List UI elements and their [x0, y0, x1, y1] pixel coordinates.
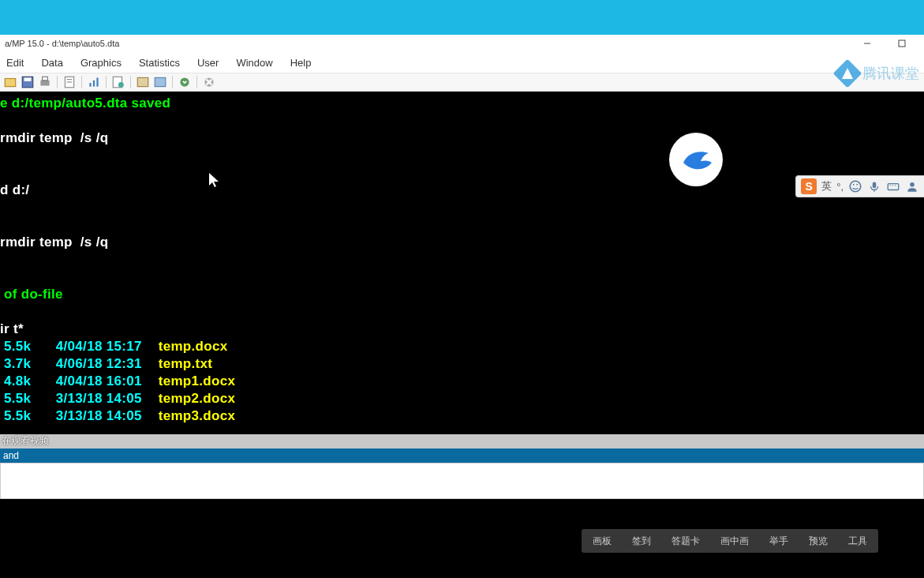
tool-log-icon[interactable]: [62, 75, 77, 89]
vt-preview[interactable]: 预览: [809, 535, 828, 548]
ime-user-icon[interactable]: [905, 179, 919, 193]
menu-statistics[interactable]: Statistics: [139, 57, 180, 69]
svg-rect-4: [24, 77, 32, 81]
svg-rect-25: [888, 184, 899, 190]
tool-save-icon[interactable]: [21, 75, 35, 89]
svg-rect-2: [5, 79, 16, 87]
tool-editor-icon[interactable]: [136, 75, 150, 89]
tool-break-icon[interactable]: [202, 75, 216, 89]
svg-point-23: [856, 184, 858, 186]
svg-rect-11: [93, 81, 95, 87]
vt-hand[interactable]: 举手: [769, 535, 788, 548]
ime-logo-icon: S: [801, 178, 817, 194]
vt-board[interactable]: 画板: [593, 535, 612, 548]
menu-window[interactable]: Window: [236, 57, 272, 69]
svg-point-29: [910, 182, 915, 187]
ime-mic-icon[interactable]: [867, 179, 881, 193]
menu-user[interactable]: User: [197, 57, 219, 69]
vt-signin[interactable]: 签到: [632, 535, 651, 548]
svg-rect-6: [43, 77, 48, 81]
results-terminal[interactable]: e d:/temp/auto5.dta saved rmdir temp /s …: [0, 92, 924, 434]
vt-answer[interactable]: 答题卡: [671, 535, 700, 548]
brand-icon: [833, 59, 862, 88]
menu-edit[interactable]: Edit: [6, 57, 24, 69]
toolbar: [0, 73, 924, 92]
svg-rect-10: [89, 83, 91, 87]
ime-emoji-icon[interactable]: [848, 179, 862, 193]
svg-rect-12: [96, 77, 98, 86]
status-strip: 在观看视频: [0, 434, 924, 449]
tool-more-icon[interactable]: [178, 75, 192, 89]
svg-rect-24: [873, 182, 877, 188]
svg-rect-16: [155, 77, 166, 86]
menu-graphics[interactable]: Graphics: [80, 57, 122, 69]
vt-pip[interactable]: 画中画: [720, 535, 749, 548]
svg-rect-1: [899, 40, 905, 47]
ime-lang[interactable]: 英: [821, 179, 832, 193]
tool-browser-icon[interactable]: [153, 75, 167, 89]
tool-open-icon[interactable]: [3, 75, 17, 89]
svg-rect-15: [137, 77, 148, 86]
brand-text: 腾讯课堂: [862, 64, 919, 83]
tool-do-icon[interactable]: [111, 75, 125, 89]
ime-dot-icon[interactable]: °,: [836, 181, 844, 193]
brand-watermark: 腾讯课堂: [837, 63, 919, 84]
menubar: Edit Data Graphics Statistics User Windo…: [0, 52, 924, 73]
command-bar-label: and: [0, 449, 924, 463]
titlebar: a/MP 15.0 - d:\temp\auto5.dta: [0, 35, 924, 52]
ime-keyboard-icon[interactable]: [886, 179, 900, 193]
title-text: a/MP 15.0 - d:\temp\auto5.dta: [5, 39, 119, 48]
menu-help[interactable]: Help: [290, 57, 312, 69]
ime-toolbar[interactable]: S 英 °,: [795, 175, 924, 197]
video-toolbar: 画板 签到 答题卡 画中画 举手 预览 工具: [582, 529, 878, 553]
tool-print-icon[interactable]: [38, 75, 52, 89]
vt-tools[interactable]: 工具: [848, 535, 867, 548]
command-input[interactable]: [0, 463, 924, 499]
bird-badge-icon: [669, 133, 723, 186]
maximize-button[interactable]: [885, 36, 919, 51]
minimize-button[interactable]: [850, 36, 885, 51]
svg-point-21: [850, 181, 861, 192]
svg-point-14: [118, 82, 124, 88]
svg-rect-5: [40, 81, 49, 86]
svg-point-22: [853, 184, 855, 186]
outer-topbar: [0, 0, 924, 35]
tool-graph-icon[interactable]: [87, 75, 101, 89]
menu-data[interactable]: Data: [41, 57, 62, 69]
app-window: a/MP 15.0 - d:\temp\auto5.dta Edit Data …: [0, 35, 924, 499]
